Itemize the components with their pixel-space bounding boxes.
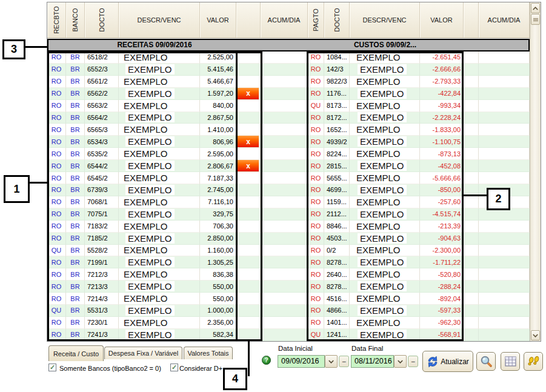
grid-row-6[interactable]: ROBR6564/2EXEMPLO2.867,50RO8172...EXEMPL…: [47, 112, 530, 124]
cell-narrow[interactable]: [464, 245, 479, 257]
cell-valor[interactable]: 2.867,50: [200, 112, 236, 124]
cell-flag[interactable]: [236, 124, 261, 136]
cell-descr[interactable]: EXEMPLO: [119, 76, 200, 88]
cell-recbto[interactable]: RO: [47, 76, 66, 88]
cell-descr-custos[interactable]: EXEMPLO: [350, 245, 420, 257]
cell-docto-custos[interactable]: 9822/3: [324, 76, 350, 88]
cell-valor[interactable]: 836,38: [200, 268, 236, 281]
cell-narrow[interactable]: [464, 124, 479, 136]
cell-valor-custos[interactable]: -5.666,66: [420, 172, 464, 184]
cell-recbto[interactable]: RO: [47, 136, 66, 148]
cell-pagto[interactable]: RO: [308, 184, 324, 196]
grid-row-24[interactable]: ROBR7241/3EXEMPLO582,34QU1241...EXEMPLO-…: [47, 329, 530, 341]
cell-acum-dia[interactable]: [261, 88, 308, 100]
cell-flag[interactable]: x: [236, 160, 261, 172]
cell-docto-custos[interactable]: 2815...: [324, 160, 350, 172]
column-header-docto-2[interactable]: DOCTO: [85, 2, 119, 38]
cell-pagto[interactable]: RO: [308, 233, 324, 245]
cell-valor[interactable]: 550,00: [200, 293, 236, 305]
cell-docto[interactable]: 7185/2: [85, 233, 119, 245]
cell-acum-dia-custos[interactable]: [479, 233, 530, 245]
cell-valor-custos[interactable]: -873,13: [420, 148, 464, 160]
column-header-docto-8[interactable]: DOCTO: [324, 2, 350, 38]
cell-docto[interactable]: 7183/2: [85, 221, 119, 233]
cell-narrow[interactable]: [464, 233, 479, 245]
cell-flag[interactable]: [236, 268, 261, 281]
cell-acum-dia[interactable]: [261, 76, 308, 88]
grid-row-8[interactable]: ROBR6534/3EXEMPLO806,96xRO4939/2EXEMPLO-…: [47, 136, 530, 148]
cell-descr[interactable]: EXEMPLO: [119, 256, 200, 268]
cell-pagto[interactable]: RO: [308, 196, 324, 208]
grid-row-12[interactable]: ROBR6739/3EXEMPLO2.745,00RO4699...EXEMPL…: [47, 184, 530, 196]
cell-docto-custos[interactable]: 142/3: [324, 64, 350, 76]
cell-banco[interactable]: BR: [66, 256, 85, 268]
cell-docto[interactable]: 7075/1: [85, 208, 119, 221]
column-header-recbto-0[interactable]: RECBTO: [47, 2, 66, 38]
cell-pagto[interactable]: RO: [308, 76, 324, 88]
grid-row-2[interactable]: ROBR6552/3EXEMPLO5.415,46RO142/3EXEMPLO-…: [47, 64, 530, 76]
grid-row-11[interactable]: ROBR6545/2EXEMPLO7.187,33RO5655...EXEMPL…: [47, 172, 530, 184]
cell-valor-custos[interactable]: -904,63: [420, 233, 464, 245]
cell-acum-dia[interactable]: [261, 172, 308, 184]
scroll-up-button[interactable]: [531, 3, 540, 13]
cell-descr[interactable]: EXEMPLO: [119, 124, 200, 136]
cell-banco[interactable]: BR: [66, 51, 85, 64]
cell-pagto[interactable]: RO: [308, 88, 324, 100]
cell-valor-custos[interactable]: -520,80: [420, 268, 464, 281]
cell-docto-custos[interactable]: 4699...: [324, 184, 350, 196]
cell-acum-dia[interactable]: [261, 281, 308, 293]
cell-acum-dia-custos[interactable]: [479, 88, 530, 100]
cell-descr[interactable]: EXEMPLO: [119, 184, 200, 196]
cell-banco[interactable]: BR: [66, 112, 85, 124]
cell-recbto[interactable]: RO: [47, 172, 66, 184]
cell-acum-dia[interactable]: [261, 293, 308, 305]
cell-banco[interactable]: BR: [66, 293, 85, 305]
column-header-acum-dia-12[interactable]: ACUM/DIA: [479, 2, 530, 38]
cell-descr[interactable]: EXEMPLO: [119, 268, 200, 281]
cell-acum-dia[interactable]: [261, 184, 308, 196]
cell-recbto[interactable]: RO: [47, 317, 66, 329]
column-header-blank-5[interactable]: [236, 2, 261, 38]
cell-docto[interactable]: 6562/2: [85, 88, 119, 100]
cell-valor-custos[interactable]: -1.100,75: [420, 136, 464, 148]
cell-narrow[interactable]: [464, 148, 479, 160]
cell-recbto[interactable]: RO: [47, 233, 66, 245]
cell-docto[interactable]: 7214/3: [85, 293, 119, 305]
cell-descr[interactable]: EXEMPLO: [119, 245, 200, 257]
cell-docto-custos[interactable]: 5655...: [324, 172, 350, 184]
cell-descr-custos[interactable]: EXEMPLO: [350, 100, 420, 112]
cell-descr[interactable]: EXEMPLO: [119, 293, 200, 305]
cell-docto[interactable]: 6544/2: [85, 160, 119, 172]
cell-pagto[interactable]: RO: [308, 305, 324, 317]
cell-banco[interactable]: BR: [66, 317, 85, 329]
cell-recbto[interactable]: RO: [47, 64, 66, 76]
cell-flag[interactable]: [236, 112, 261, 124]
cell-descr-custos[interactable]: EXEMPLO: [350, 268, 420, 281]
data-final-minus-button[interactable]: −: [408, 356, 418, 367]
cell-flag[interactable]: [236, 233, 261, 245]
cell-acum-dia[interactable]: [261, 317, 308, 329]
cell-valor[interactable]: 1.410,00: [200, 124, 236, 136]
cell-banco[interactable]: BR: [66, 172, 85, 184]
cell-recbto[interactable]: RO: [47, 221, 66, 233]
cell-flag[interactable]: [236, 172, 261, 184]
cell-recbto[interactable]: RO: [47, 148, 66, 160]
cell-valor-custos[interactable]: -850,00: [420, 184, 464, 196]
cell-recbto[interactable]: QU: [47, 245, 66, 257]
cell-valor-custos[interactable]: -2.300,00: [420, 245, 464, 257]
cell-narrow[interactable]: [464, 172, 479, 184]
grid-row-21[interactable]: ROBR7214/3EXEMPLO550,00RO4516...EXEMPLO-…: [47, 293, 530, 305]
cell-descr-custos[interactable]: EXEMPLO: [350, 124, 420, 136]
cell-descr-custos[interactable]: EXEMPLO: [350, 317, 420, 329]
cell-acum-dia-custos[interactable]: [479, 329, 530, 341]
cell-descr-custos[interactable]: EXEMPLO: [350, 256, 420, 268]
cell-narrow[interactable]: [464, 317, 479, 329]
cell-narrow[interactable]: [464, 268, 479, 281]
cell-acum-dia-custos[interactable]: [479, 100, 530, 112]
cell-valor[interactable]: 7.116,10: [200, 196, 236, 208]
cell-descr[interactable]: EXEMPLO: [119, 208, 200, 221]
cell-valor-custos[interactable]: -962,30: [420, 317, 464, 329]
cell-docto[interactable]: 6563/2: [85, 100, 119, 112]
cell-acum-dia-custos[interactable]: [479, 64, 530, 76]
cell-acum-dia-custos[interactable]: [479, 317, 530, 329]
